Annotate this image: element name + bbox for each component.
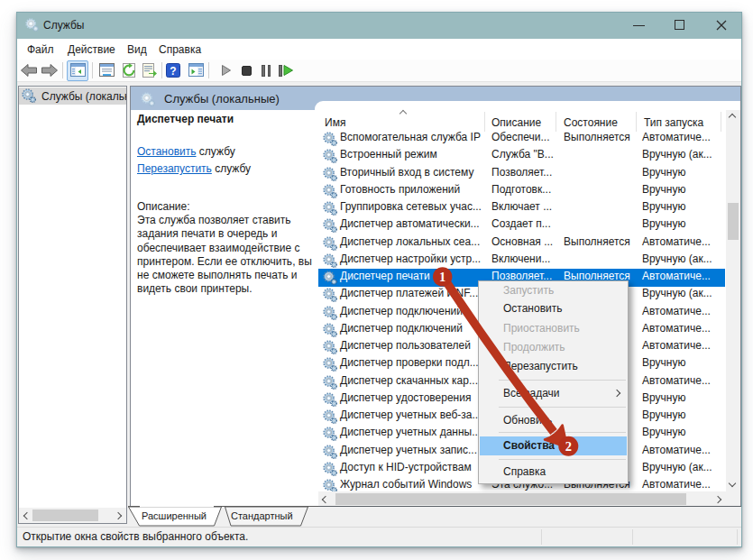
svg-text:?: ?: [170, 65, 176, 78]
